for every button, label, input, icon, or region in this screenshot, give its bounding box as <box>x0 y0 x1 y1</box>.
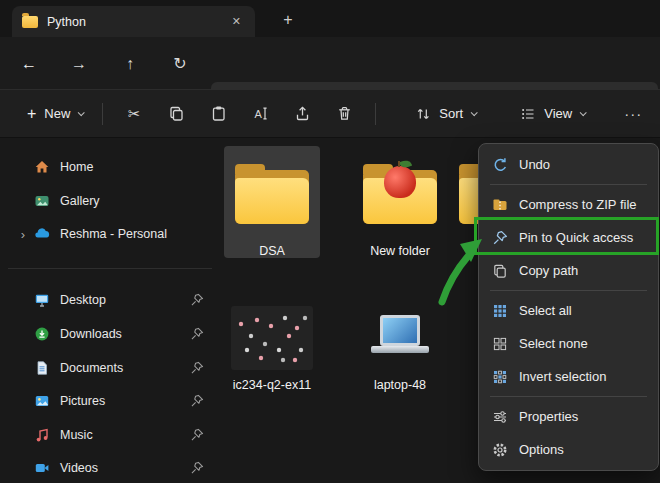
sidebar-item-label: Gallery <box>60 194 100 208</box>
chevron-down-icon <box>580 109 587 116</box>
select-none-icon <box>492 336 508 352</box>
tab-title: Python <box>47 15 219 29</box>
sidebar-divider <box>8 268 212 269</box>
sidebar-item-label: Documents <box>60 361 123 375</box>
menu-divider <box>490 396 647 397</box>
new-button-label: New <box>44 106 70 121</box>
paste-button[interactable] <box>197 97 239 131</box>
menu-item-label: Undo <box>519 157 550 172</box>
copy-button[interactable] <box>155 97 197 131</box>
sidebar-item-label: Videos <box>60 461 98 475</box>
copy-icon <box>168 105 185 122</box>
pin-icon[interactable] <box>190 327 204 341</box>
menu-item-label: Copy path <box>519 263 578 278</box>
view-button[interactable]: View <box>511 97 594 131</box>
toolbar-divider <box>102 103 103 125</box>
menu-item-compress-zip[interactable]: Compress to ZIP file <box>483 188 654 221</box>
file-name: ic234-q2-ex11 <box>233 378 311 392</box>
plus-icon: + <box>27 106 36 122</box>
delete-button[interactable] <box>323 97 365 131</box>
forward-button[interactable]: → <box>63 49 95 78</box>
expand-chevron-icon[interactable]: › <box>16 227 30 242</box>
pictures-icon <box>34 393 50 409</box>
sidebar-item-label: Downloads <box>60 327 122 341</box>
pin-icon <box>492 230 508 246</box>
sidebar-item-music[interactable]: Music <box>8 420 214 450</box>
svg-text:A: A <box>254 108 262 120</box>
tab-python[interactable]: Python ✕ <box>12 6 255 37</box>
select-all-icon <box>492 303 508 319</box>
menu-item-label: Pin to Quick access <box>519 230 633 245</box>
file-tile-new-folder[interactable]: New folder <box>352 146 448 258</box>
documents-icon <box>34 360 50 376</box>
share-icon <box>294 105 311 122</box>
file-tile-dsa[interactable]: DSA <box>224 146 320 258</box>
home-icon <box>34 159 50 175</box>
chevron-down-icon <box>78 109 85 116</box>
new-tab-button[interactable]: + <box>276 8 300 32</box>
rename-button[interactable]: A <box>239 97 281 131</box>
cut-button[interactable]: ✂ <box>113 97 155 131</box>
file-tile-ic234[interactable]: ic234-q2-ex11 <box>224 294 320 392</box>
file-name: New folder <box>370 244 430 258</box>
file-name: laptop-48 <box>374 378 426 392</box>
pin-icon[interactable] <box>190 361 204 375</box>
view-icon <box>520 106 536 122</box>
menu-item-options[interactable]: Options <box>483 433 654 466</box>
back-button[interactable]: ← <box>13 49 45 78</box>
menu-item-undo[interactable]: Undo <box>483 148 654 181</box>
file-tile-laptop-48[interactable]: laptop-48 <box>352 294 448 392</box>
trash-icon <box>336 105 353 122</box>
menu-item-properties[interactable]: Properties <box>483 400 654 433</box>
sort-button-label: Sort <box>439 106 463 121</box>
menu-item-invert-selection[interactable]: Invert selection <box>483 360 654 393</box>
sidebar-item-home[interactable]: Home <box>8 152 214 182</box>
menu-item-pin-to-quick-access[interactable]: Pin to Quick access <box>483 221 654 254</box>
pin-icon[interactable] <box>190 293 204 307</box>
sidebar-item-label: Reshma - Personal <box>60 227 167 241</box>
up-button[interactable]: ↑ <box>114 49 146 78</box>
folder-with-apple-icon <box>352 154 448 240</box>
view-button-label: View <box>544 106 572 121</box>
close-tab-icon[interactable]: ✕ <box>228 13 245 30</box>
music-icon <box>34 427 50 443</box>
pin-icon[interactable] <box>190 428 204 442</box>
command-toolbar: + New ✂ A Sort View ··· <box>0 90 660 138</box>
sort-icon <box>415 106 431 122</box>
pin-icon[interactable] <box>190 461 204 475</box>
sidebar-item-desktop[interactable]: Desktop <box>8 285 214 315</box>
gallery-icon <box>34 193 50 209</box>
sidebar-item-label: Pictures <box>60 394 105 408</box>
refresh-button[interactable]: ↻ <box>164 49 196 78</box>
sort-button[interactable]: Sort <box>406 97 485 131</box>
menu-item-label: Select all <box>519 303 572 318</box>
sidebar-item-downloads[interactable]: Downloads <box>8 319 214 349</box>
menu-item-copy-path[interactable]: Copy path <box>483 254 654 287</box>
menu-divider <box>490 184 647 185</box>
properties-icon <box>492 409 508 425</box>
videos-icon <box>34 460 50 476</box>
sidebar-item-pictures[interactable]: Pictures <box>8 386 214 416</box>
laptop-image-thumbnail <box>352 302 448 374</box>
copy-path-icon <box>492 263 508 279</box>
menu-divider <box>490 290 647 291</box>
sidebar-item-label: Home <box>60 160 93 174</box>
sidebar-item-onedrive-reshma[interactable]: › Reshma - Personal <box>8 219 214 249</box>
pin-icon[interactable] <box>190 394 204 408</box>
tab-bar: Python ✕ + <box>0 0 660 37</box>
toolbar-divider <box>375 103 376 125</box>
sidebar-item-gallery[interactable]: Gallery <box>8 186 214 216</box>
sidebar-item-documents[interactable]: Documents <box>8 353 214 383</box>
onedrive-icon <box>34 226 50 242</box>
menu-item-select-none[interactable]: Select none <box>483 327 654 360</box>
menu-item-select-all[interactable]: Select all <box>483 294 654 327</box>
sidebar-item-label: Desktop <box>60 293 106 307</box>
share-button[interactable] <box>281 97 323 131</box>
downloads-icon <box>34 326 50 342</box>
menu-item-label: Invert selection <box>519 369 606 384</box>
new-button[interactable]: + New <box>18 97 92 131</box>
paste-icon <box>210 105 227 122</box>
more-options-button[interactable]: ··· <box>624 105 642 122</box>
rename-icon: A <box>252 105 269 122</box>
sidebar-item-videos[interactable]: Videos <box>8 453 214 483</box>
